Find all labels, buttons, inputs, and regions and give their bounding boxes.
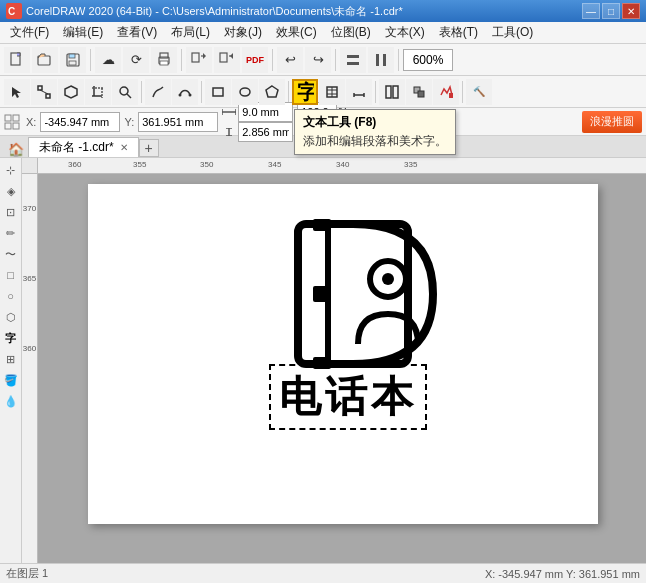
open-button[interactable] bbox=[32, 47, 58, 73]
main-area: ⊹ ◈ ⊡ ✏ 〜 □ ○ ⬡ 字 ⊞ 🪣 💧 360 355 350 345 … bbox=[0, 158, 646, 563]
svg-point-32 bbox=[189, 93, 192, 96]
ruler-horizontal: 360 355 350 345 340 335 bbox=[38, 158, 646, 174]
svg-rect-19 bbox=[383, 54, 386, 66]
svg-rect-10 bbox=[192, 53, 199, 62]
white-page: 电话本 bbox=[88, 184, 598, 524]
align-h-button[interactable] bbox=[368, 47, 394, 73]
toolbar1: ☁ ⟳ PDF ↩ ↪ 600% bbox=[0, 44, 646, 76]
svg-rect-13 bbox=[220, 53, 227, 62]
table-tool[interactable] bbox=[319, 79, 345, 105]
selection-tool[interactable] bbox=[4, 79, 30, 105]
svg-rect-50 bbox=[13, 115, 19, 121]
left-tool-pen[interactable]: ✏ bbox=[1, 223, 21, 243]
ruler-h-335: 335 bbox=[404, 160, 417, 169]
svg-rect-52 bbox=[13, 123, 19, 129]
svg-marker-35 bbox=[266, 86, 278, 97]
y-input[interactable] bbox=[138, 112, 218, 132]
ellipse-tool[interactable] bbox=[232, 79, 258, 105]
tooltip-title: 文本工具 (F8) bbox=[303, 114, 447, 131]
left-tool-select[interactable]: ⊹ bbox=[1, 160, 21, 180]
node-tool[interactable] bbox=[31, 79, 57, 105]
print-button[interactable] bbox=[151, 47, 177, 73]
cursor-pos: X: -345.947 mm Y: 361.951 mm bbox=[485, 568, 640, 580]
freehand-tool[interactable] bbox=[145, 79, 171, 105]
smart-draw-tool[interactable] bbox=[172, 79, 198, 105]
left-tool-eyedrop[interactable]: 💧 bbox=[1, 391, 21, 411]
toolbar2: 字 文本工具 (F8) 添加和编辑段落和美术字。 🔨 bbox=[0, 76, 646, 108]
svg-rect-33 bbox=[213, 88, 223, 96]
ruler-h-340: 340 bbox=[336, 160, 349, 169]
ruler-corner bbox=[22, 158, 38, 174]
export-button[interactable] bbox=[214, 47, 240, 73]
maximize-button[interactable]: □ bbox=[602, 3, 620, 19]
drawing-canvas[interactable]: 电话本 bbox=[38, 174, 646, 563]
doc-tab[interactable]: 未命名 -1.cdr* ✕ bbox=[28, 137, 139, 157]
svg-rect-48 bbox=[449, 93, 453, 98]
menu-table[interactable]: 表格(T) bbox=[433, 22, 484, 43]
svg-rect-9 bbox=[160, 61, 168, 65]
left-tool-rect[interactable]: □ bbox=[1, 265, 21, 285]
dimension-tool[interactable] bbox=[346, 79, 372, 105]
zoom-input[interactable]: 600% bbox=[403, 49, 453, 71]
ruler-vertical: 370 365 360 bbox=[22, 174, 38, 563]
ruler-v-370: 370 bbox=[22, 204, 37, 213]
ruler-v-360: 360 bbox=[22, 344, 37, 353]
w-input[interactable] bbox=[238, 102, 293, 122]
new-button[interactable] bbox=[4, 47, 30, 73]
pdf-button[interactable]: PDF bbox=[242, 47, 268, 73]
tab-add-button[interactable]: + bbox=[139, 139, 159, 157]
menu-tools[interactable]: 工具(O) bbox=[486, 22, 539, 43]
left-tool-text[interactable]: 字 bbox=[1, 328, 21, 348]
left-tool-poly[interactable]: ⬡ bbox=[1, 307, 21, 327]
import-button[interactable] bbox=[186, 47, 212, 73]
tab-label: 未命名 -1.cdr* bbox=[39, 139, 114, 156]
left-tool-smart[interactable]: 〜 bbox=[1, 244, 21, 264]
menu-effects[interactable]: 效果(C) bbox=[270, 22, 323, 43]
menu-view[interactable]: 查看(V) bbox=[111, 22, 163, 43]
ruler-h-350: 350 bbox=[200, 160, 213, 169]
home-icon[interactable]: 🏠 bbox=[8, 142, 24, 157]
align-v-button[interactable] bbox=[340, 47, 366, 73]
svg-text:字: 字 bbox=[297, 81, 314, 103]
text-tool-tooltip: 文本工具 (F8) 添加和编辑段落和美术字。 bbox=[294, 109, 456, 155]
polygon-tool[interactable] bbox=[259, 79, 285, 105]
text-tool[interactable]: 字 文本工具 (F8) 添加和编辑段落和美术字。 bbox=[292, 79, 318, 105]
undo-button[interactable]: ↩ bbox=[277, 47, 303, 73]
left-tool-table[interactable]: ⊞ bbox=[1, 349, 21, 369]
menu-layout[interactable]: 布局(L) bbox=[165, 22, 216, 43]
h-input[interactable] bbox=[238, 122, 293, 142]
save-button[interactable] bbox=[60, 47, 86, 73]
left-tool-ellipse[interactable]: ○ bbox=[1, 286, 21, 306]
minimize-button[interactable]: — bbox=[582, 3, 600, 19]
x-input[interactable] bbox=[40, 112, 120, 132]
promo-button[interactable]: 浪漫推圆 bbox=[582, 111, 642, 133]
menu-file[interactable]: 文件(F) bbox=[4, 22, 55, 43]
ruler-h-355: 355 bbox=[133, 160, 146, 169]
crop-tool[interactable] bbox=[85, 79, 111, 105]
fill-tool[interactable] bbox=[406, 79, 432, 105]
rectangle-tool[interactable] bbox=[205, 79, 231, 105]
artwork: 电话本 bbox=[218, 214, 478, 430]
cloud-button1[interactable]: ☁ bbox=[95, 47, 121, 73]
left-tool-fill[interactable]: 🪣 bbox=[1, 370, 21, 390]
transform-tool[interactable] bbox=[58, 79, 84, 105]
menu-edit[interactable]: 编辑(E) bbox=[57, 22, 109, 43]
left-tool-crop[interactable]: ⊡ bbox=[1, 202, 21, 222]
x-label: X: bbox=[26, 116, 36, 128]
zoom-tool[interactable] bbox=[112, 79, 138, 105]
close-button[interactable]: ✕ bbox=[622, 3, 640, 19]
cloud-button2[interactable]: ⟳ bbox=[123, 47, 149, 73]
phonebook-icon bbox=[258, 214, 438, 374]
svg-point-29 bbox=[120, 87, 128, 95]
menu-text[interactable]: 文本(X) bbox=[379, 22, 431, 43]
menu-object[interactable]: 对象(J) bbox=[218, 22, 268, 43]
redo-button[interactable]: ↪ bbox=[305, 47, 331, 73]
eyedropper-tool[interactable]: 🔨 bbox=[466, 79, 492, 105]
tab-close-button[interactable]: ✕ bbox=[120, 142, 128, 153]
smear-tool[interactable] bbox=[433, 79, 459, 105]
connector-tool[interactable] bbox=[379, 79, 405, 105]
canvas-area[interactable]: 360 355 350 345 340 335 370 365 360 bbox=[22, 158, 646, 563]
left-tool-node[interactable]: ◈ bbox=[1, 181, 21, 201]
menu-bitmap[interactable]: 位图(B) bbox=[325, 22, 377, 43]
svg-point-31 bbox=[179, 93, 182, 96]
